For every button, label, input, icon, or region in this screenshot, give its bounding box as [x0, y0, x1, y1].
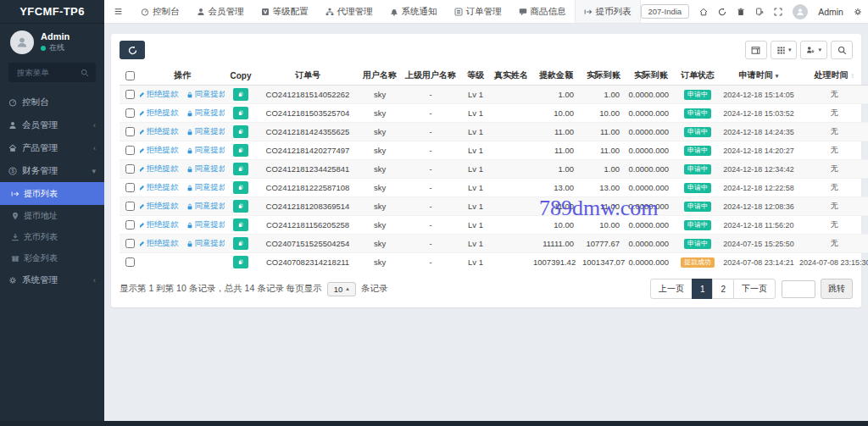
tab-订单管理[interactable]: 订单管理: [446, 0, 510, 23]
row-checkbox[interactable]: [125, 202, 135, 211]
region-select[interactable]: 207-India: [641, 4, 690, 19]
approve-withdraw-link[interactable]: 同意提款: [186, 163, 225, 174]
row-checkbox[interactable]: [125, 127, 135, 136]
cell-level: Lv 1: [460, 141, 491, 160]
cell-parent-user: -: [401, 104, 460, 123]
sidebar-item-会员管理[interactable]: 会员管理‹: [0, 113, 104, 136]
tab-商品信息[interactable]: 商品信息: [510, 0, 575, 23]
cell-amount: 1007391.42: [531, 253, 581, 272]
sidebar-item-产品管理[interactable]: 产品管理‹: [0, 136, 104, 159]
copy-button[interactable]: [233, 181, 248, 194]
row-checkbox[interactable]: [125, 146, 135, 155]
prev-page-button[interactable]: 上一页: [650, 279, 693, 299]
export-dropdown-button[interactable]: ▾: [800, 41, 827, 59]
sidebar-item-提币列表[interactable]: 提币列表: [0, 182, 104, 205]
cell-realname: [491, 104, 531, 123]
columns-dropdown-button[interactable]: ▾: [771, 41, 798, 59]
copy-button[interactable]: [233, 88, 248, 101]
fullscreen-icon[interactable]: [774, 8, 782, 16]
reject-withdraw-link[interactable]: 拒绝提款: [140, 145, 179, 156]
copy-button[interactable]: [233, 200, 248, 213]
sidebar-search-input[interactable]: [15, 67, 80, 78]
approve-withdraw-link[interactable]: 同意提款: [186, 126, 225, 137]
approve-withdraw-link[interactable]: 同意提款: [186, 182, 225, 193]
approve-label: 同意提款: [195, 182, 225, 193]
cell-actions: 拒绝提款同意提款: [140, 160, 225, 179]
status-badge: 申请中: [684, 202, 711, 212]
row-checkbox[interactable]: [125, 108, 135, 118]
row-actions: 拒绝提款同意提款: [142, 182, 223, 193]
approve-withdraw-link[interactable]: 同意提款: [186, 89, 225, 100]
approve-withdraw-link[interactable]: 同意提款: [186, 145, 225, 156]
cell-parent-user: -: [401, 216, 460, 235]
trash-icon[interactable]: [737, 8, 745, 16]
reject-withdraw-link[interactable]: 拒绝提款: [140, 163, 179, 174]
admin-avatar[interactable]: [793, 4, 808, 19]
refresh-table-button[interactable]: [120, 41, 145, 59]
cell-username: sky: [359, 235, 401, 253]
cell-actual2: 0.0000.000: [626, 160, 676, 179]
sidebar-item-财务管理[interactable]: $财务管理▾: [0, 159, 104, 182]
table-row: 拒绝提款同意提款CO2412181503525704sky-Lv 110.001…: [120, 104, 868, 123]
copy-button[interactable]: [233, 125, 248, 138]
page-button-2[interactable]: 2: [712, 279, 734, 299]
search-toggle-button[interactable]: [831, 41, 853, 59]
refresh-icon[interactable]: [718, 8, 726, 16]
tab-控制台[interactable]: 控制台: [132, 0, 188, 23]
sidebar-item-label: 财务管理: [22, 165, 58, 177]
page-jump-input[interactable]: [782, 280, 815, 298]
row-checkbox[interactable]: [125, 220, 135, 230]
copy-button[interactable]: [233, 144, 248, 157]
copy-button[interactable]: [233, 219, 248, 231]
clear-cache-icon[interactable]: [755, 8, 764, 16]
toggle-pagination-button[interactable]: [745, 41, 767, 59]
tab-代理管理[interactable]: 代理管理: [317, 0, 381, 23]
tab-提币列表[interactable]: 提币列表: [575, 0, 641, 23]
cell-username: sky: [359, 197, 401, 216]
admin-menu[interactable]: Admin: [818, 7, 843, 17]
page-button-1[interactable]: 1: [692, 279, 714, 299]
sidebar-item-控制台[interactable]: 控制台: [0, 91, 104, 113]
reject-withdraw-link[interactable]: 拒绝提款: [140, 108, 179, 119]
page-jump-button[interactable]: 跳转: [821, 279, 853, 299]
sidebar-item-彩金列表[interactable]: 彩金列表: [0, 247, 104, 268]
tab-会员管理[interactable]: 会员管理: [188, 0, 253, 23]
copy-button[interactable]: [233, 163, 248, 175]
select-all-checkbox[interactable]: [125, 71, 135, 80]
sort-desc-icon: ▾: [776, 73, 779, 79]
reject-withdraw-link[interactable]: 拒绝提款: [140, 219, 179, 230]
settings-gears-icon[interactable]: [854, 8, 862, 16]
tab-系统通知[interactable]: 系统通知: [381, 0, 446, 23]
reject-withdraw-link[interactable]: 拒绝提款: [140, 126, 179, 137]
column-header-处理时间[interactable]: 处理时间↕: [798, 66, 868, 86]
row-checkbox[interactable]: [125, 239, 135, 248]
sidebar-toggle-icon[interactable]: [104, 0, 132, 23]
copy-button[interactable]: [233, 256, 248, 268]
reject-withdraw-link[interactable]: 拒绝提款: [140, 89, 179, 100]
approve-withdraw-link[interactable]: 同意提款: [186, 219, 225, 230]
copy-button[interactable]: [233, 237, 248, 250]
column-header-申请时间[interactable]: 申请时间▾: [720, 66, 798, 86]
reject-withdraw-link[interactable]: 拒绝提款: [140, 201, 179, 212]
tab-等级配置[interactable]: 等级配置: [253, 0, 317, 23]
next-page-button[interactable]: 下一页: [733, 279, 776, 299]
approve-withdraw-link[interactable]: 同意提款: [186, 238, 225, 249]
row-checkbox[interactable]: [125, 183, 135, 192]
row-checkbox[interactable]: [125, 257, 135, 267]
row-checkbox[interactable]: [125, 164, 135, 174]
sidebar-item-充币列表[interactable]: 充币列表: [0, 226, 104, 247]
home-icon[interactable]: [699, 8, 708, 16]
page-size-select[interactable]: 10 ▴: [327, 282, 356, 296]
bottom-bar: [0, 421, 868, 426]
reject-withdraw-link[interactable]: 拒绝提款: [140, 238, 179, 249]
svg-text:$: $: [11, 168, 14, 174]
approve-withdraw-link[interactable]: 同意提款: [186, 108, 225, 119]
sidebar-item-提币地址[interactable]: 提币地址: [0, 205, 104, 226]
sidebar-item-系统管理[interactable]: 系统管理‹: [0, 268, 104, 291]
row-checkbox[interactable]: [125, 90, 135, 99]
row-actions: 拒绝提款同意提款: [142, 201, 223, 212]
reject-withdraw-link[interactable]: 拒绝提款: [140, 182, 179, 193]
copy-button[interactable]: [233, 107, 248, 119]
profile-status: 在线: [41, 42, 70, 53]
approve-withdraw-link[interactable]: 同意提款: [186, 201, 225, 212]
